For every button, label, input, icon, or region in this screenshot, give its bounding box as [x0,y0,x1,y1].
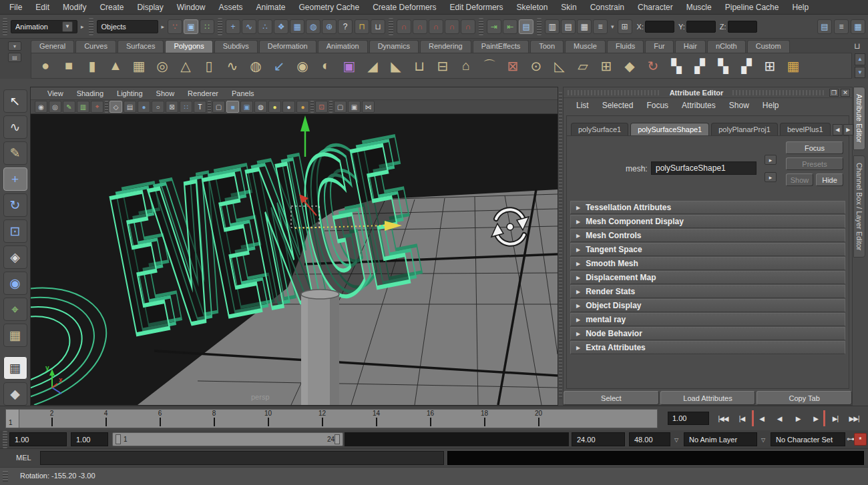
triangulate-icon[interactable]: ◺ [550,56,570,76]
play-forwards-button[interactable]: ▶ [789,410,807,426]
panel-dock-grip[interactable] [559,92,562,399]
poly-plane-icon[interactable]: ▦ [129,56,149,76]
output-connection-button[interactable]: ▸ [765,172,777,182]
menu-file[interactable]: File [3,3,29,12]
last-tool-used[interactable]: ▦ [3,324,27,347]
poly-cylinder-icon[interactable]: ▮ [82,56,102,76]
textured-display-icon[interactable]: T [194,101,206,113]
snap-to-view-plane-icon[interactable]: ▦ [290,19,304,34]
chevron-down-icon[interactable]: ▽ [674,437,678,443]
menu-create-deformers[interactable]: Create Deformers [366,3,443,12]
section-mesh-controls[interactable]: ▶ Mesh Controls [570,229,845,242]
wedge-face-icon[interactable]: ◆ [620,56,640,76]
menu-assets[interactable]: Assets [212,3,249,12]
group-collapser-icon[interactable]: ▸ [160,23,166,30]
snap-to-points-icon[interactable]: ∴ [258,19,272,34]
shelf-tab-toon[interactable]: Toon [530,40,564,53]
current-time-field[interactable]: 1.00 [668,412,709,425]
viewport-canvas[interactable]: persp EVENGE EVENGE EVENGE [31,114,558,405]
select-by-input-icon[interactable]: ⊞ [618,19,632,34]
ae-menu-focus[interactable]: Focus [640,101,674,110]
poly-torus-icon[interactable]: ◎ [152,56,172,76]
flat-shade-icon[interactable]: ○ [152,101,164,113]
menu-help[interactable]: Help [785,3,815,12]
go-to-start-button[interactable]: |◀◀ [714,410,732,426]
separator[interactable] [310,101,314,113]
menu-muscle[interactable]: Muscle [680,3,718,12]
paint-selection-tool[interactable]: ✎ [3,141,27,165]
auto-keyframe-icon[interactable]: * [854,433,867,446]
menu-animate[interactable]: Animate [249,3,292,12]
render-settings-icon[interactable]: ≡ [593,19,608,34]
step-forward-frame-button[interactable]: ▶| [827,410,844,426]
snap-help-icon[interactable]: ? [338,19,353,34]
coordinate-input[interactable] [645,21,674,33]
sidebar-tab-attribute-editor[interactable]: Attribute Editor [853,87,865,150]
spherical-mapping-icon[interactable]: ▚ [713,56,733,76]
select-by-object-icon[interactable]: ▣ [184,19,198,34]
select-camera-icon[interactable]: ◉ [35,101,47,113]
ae-menu-help[interactable]: Help [756,101,785,110]
shelf-tab-general[interactable]: General [31,40,74,53]
menu-skeleton[interactable]: Skeleton [510,3,555,12]
trash-icon[interactable]: ⊔ [852,41,863,51]
poly-reduce-icon[interactable]: ↙ [269,56,289,76]
menu-display[interactable]: Display [130,3,170,12]
shelf-tab-subdivs[interactable]: Subdivs [214,40,258,53]
character-set-dropdown[interactable]: No Character Set [771,432,845,446]
ae-menu-show[interactable]: Show [723,101,755,110]
coordinate-input[interactable] [728,21,757,33]
ipr-render-icon[interactable]: ▦ [577,19,592,34]
snap-align-point-icon[interactable]: ∩ [429,19,443,34]
film-gate-icon[interactable]: ▥ [77,101,89,113]
section-extra-attributes[interactable]: ▶ Extra Attributes [570,341,845,354]
select-tool[interactable]: ↖ [3,89,27,113]
load-attributes-button[interactable]: Load Attributes [660,391,756,405]
panel-menu-show[interactable]: Show [150,89,181,97]
shelf-scroll-down-icon[interactable]: ▼ [855,67,865,79]
shelf-tab-deformation[interactable]: Deformation [259,40,316,53]
single-pane-icon[interactable]: ▢ [334,101,347,113]
boolean-difference-icon[interactable]: ⊟ [433,56,453,76]
close-icon[interactable]: ✕ [841,89,850,97]
menu-geometry-cache[interactable]: Geometry Cache [292,3,367,12]
snap-align-grid-icon[interactable]: ∩ [397,19,411,34]
drag-grip[interactable] [89,18,93,35]
snap-align-arc-icon[interactable]: ∩ [461,19,475,34]
render-view-icon[interactable]: ▥ [545,19,560,34]
drag-grip[interactable] [479,18,483,35]
tab-scroll-right-icon[interactable]: ▶ [843,124,853,135]
copy-tab-button[interactable]: Copy Tab [756,391,852,405]
ae-menu-list[interactable]: List [570,101,595,110]
current-frame-indicator[interactable]: 1 [6,410,19,428]
drag-grip[interactable] [537,18,541,35]
single-pane-layout-button[interactable]: ▦ [3,356,27,380]
presets-button[interactable]: Presets [786,157,843,170]
ae-tab-polysurfaceshape1[interactable]: polySurfaceShape1 [630,123,709,135]
section-tessellation-attributes[interactable]: ▶ Tessellation Attributes [570,201,845,214]
select-button[interactable]: Select [564,391,659,405]
drag-grip[interactable] [218,18,222,35]
menu-edit-deformers[interactable]: Edit Deformers [443,3,510,12]
input-connection-button[interactable]: ▸ [765,155,777,165]
drag-grip[interactable] [3,431,7,448]
mesh-name-field[interactable]: polySurfaceShape1 [651,161,756,175]
shelf-tab-dynamics[interactable]: Dynamics [369,40,419,53]
channel-box-toggle-icon[interactable]: ▤ [817,19,832,34]
poly-cone-icon[interactable]: ▲ [105,56,126,76]
selection-mode-dropdown[interactable]: Objects [97,20,158,33]
saved-layouts-icon[interactable]: ▣ [348,101,361,113]
highlight-selection-icon[interactable]: ⊔ [371,19,385,34]
poly-cube-icon[interactable]: ■ [59,56,79,76]
scale-tool[interactable]: ⊡ [3,219,27,243]
quick-layout-dragon-button[interactable]: ◆ [3,382,27,406]
bounding-box-icon[interactable]: ⊠ [166,101,178,113]
render-current-frame-icon[interactable]: ▤ [561,19,576,34]
construction-history-icon[interactable]: ▤ [519,19,533,34]
light-yellow-icon[interactable]: ● [268,101,281,113]
coordinate-input[interactable] [686,21,716,33]
poly-pyramid-icon[interactable]: △ [176,56,196,76]
grease-pencil-icon[interactable]: ✎ [63,101,75,113]
play-backwards-button[interactable]: ◀ [771,410,788,426]
quadrangulate-icon[interactable]: ▱ [573,56,593,76]
